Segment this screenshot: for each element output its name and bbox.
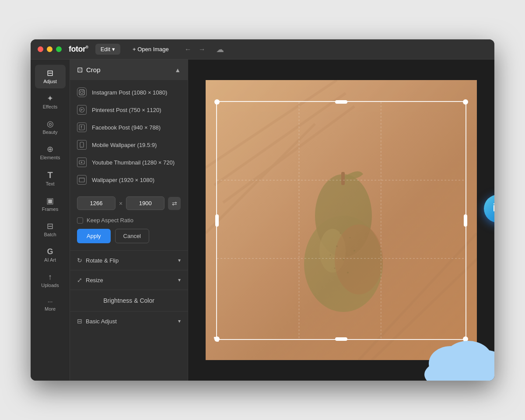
sidebar-item-adjust[interactable]: ⊟ Adjust <box>35 65 66 88</box>
main-content: ⊟ Adjust ✦ Effects ◎ Beauty ⊕ Elements T… <box>31 60 494 381</box>
preset-youtube[interactable]: Youtube Thumbnail (1280 × 720) <box>70 154 188 171</box>
resize-section[interactable]: ⤢ Resize ▾ <box>70 270 188 290</box>
text-icon: T <box>47 171 52 179</box>
svg-point-32 <box>330 255 331 256</box>
sidebar-item-ai-art[interactable]: G AI Art <box>35 243 66 267</box>
crop-header[interactable]: ⊡ Crop ▲ <box>70 60 188 80</box>
rotate-flip-label: Rotate & Flip <box>86 257 119 264</box>
svg-point-1 <box>80 91 83 94</box>
open-image-button[interactable]: + Open Image <box>127 44 174 55</box>
crop-presets-list: Instagram Post (1080 × 1080) P Pinterest… <box>70 80 188 192</box>
sidebar-item-uploads[interactable]: ↑ Uploads <box>35 269 66 292</box>
nav-arrows: ← → <box>183 44 207 55</box>
wallpaper-label: Wallpaper (1920 × 1080) <box>92 177 154 183</box>
svg-point-2 <box>83 91 84 91</box>
svg-point-8 <box>81 146 82 147</box>
crop-section: ⊡ Crop ▲ Instagram Post (1080 × 1080) <box>70 60 188 250</box>
elements-icon: ⊕ <box>47 145 53 153</box>
beauty-icon: ◎ <box>47 120 54 128</box>
crop-float-container <box>484 195 494 245</box>
crop-chevron-icon: ▲ <box>175 66 181 74</box>
more-icon: ··· <box>48 298 53 304</box>
svg-rect-11 <box>79 178 84 182</box>
keep-aspect-checkbox[interactable] <box>77 217 83 224</box>
crop-float-button[interactable] <box>484 195 494 223</box>
sidebar-item-effects[interactable]: ✦ Effects <box>35 90 66 114</box>
sidebar-item-text[interactable]: T Text <box>35 166 66 191</box>
resize-cursor-icon: ⤡ <box>213 334 220 344</box>
dimension-separator: × <box>119 200 122 207</box>
preset-instagram[interactable]: Instagram Post (1080 × 1080) <box>70 84 188 101</box>
resize-label: Resize <box>86 277 103 284</box>
crop-title: Crop <box>86 66 101 74</box>
svg-point-39 <box>424 357 494 381</box>
swap-dimensions-button[interactable]: ⇄ <box>168 197 181 210</box>
svg-rect-0 <box>79 90 84 95</box>
tools-sidebar: ⊟ Adjust ✦ Effects ◎ Beauty ⊕ Elements T… <box>31 60 70 381</box>
svg-marker-10 <box>81 161 83 163</box>
uploads-icon: ↑ <box>48 273 52 281</box>
basic-adjust-chevron-icon: ▾ <box>178 318 181 324</box>
mobile-icon <box>77 140 87 150</box>
youtube-icon <box>77 158 87 167</box>
forward-arrow[interactable]: → <box>197 44 207 55</box>
preset-wallpaper[interactable]: Wallpaper (1920 × 1080) <box>70 171 188 189</box>
svg-point-30 <box>340 233 341 234</box>
svg-point-28 <box>334 268 336 269</box>
width-input[interactable] <box>77 196 116 210</box>
instagram-icon <box>77 88 87 97</box>
preset-facebook[interactable]: f Facebook Post (940 × 788) <box>70 119 188 136</box>
app-logo: fotor® <box>69 45 88 54</box>
resize-icon: ⤢ <box>77 276 82 284</box>
brightness-color-title: Brightness & Color <box>70 290 188 311</box>
instagram-label: Instagram Post (1080 × 1080) <box>92 89 167 96</box>
svg-point-29 <box>354 250 355 252</box>
facebook-icon: f <box>77 122 87 132</box>
keep-aspect-label: Keep Aspect Ratio <box>87 217 133 224</box>
basic-adjust-icon: ⊟ <box>77 318 82 325</box>
sidebar-item-more[interactable]: ··· More <box>35 294 66 316</box>
sidebar-item-batch[interactable]: ⊟ Batch <box>35 218 66 242</box>
image-container: ⤡ <box>206 80 477 360</box>
rotate-chevron-icon: ▾ <box>178 257 181 263</box>
preset-pinterest[interactable]: P Pinterest Post (750 × 1120) <box>70 101 188 119</box>
sidebar-item-beauty[interactable]: ◎ Beauty <box>35 116 66 139</box>
sidebar-item-elements[interactable]: ⊕ Elements <box>35 141 66 164</box>
close-button[interactable] <box>38 46 43 52</box>
svg-text:P: P <box>80 108 83 112</box>
cloud-sync-icon[interactable]: ☁ <box>216 45 224 54</box>
mobile-label: Mobile Wallpaper (19.5:9) <box>92 142 157 148</box>
rotate-icon: ↻ <box>77 257 82 264</box>
maximize-button[interactable] <box>56 46 62 52</box>
cancel-button[interactable]: Cancel <box>115 229 149 243</box>
sidebar-item-frames[interactable]: ▣ Frames <box>35 192 66 216</box>
resize-chevron-icon: ▾ <box>178 277 181 283</box>
svg-text:f: f <box>81 125 83 130</box>
rotate-flip-section[interactable]: ↻ Rotate & Flip ▾ <box>70 251 188 270</box>
basic-adjust-label: Basic Adjust <box>86 318 117 325</box>
svg-point-23 <box>335 224 383 294</box>
effects-icon: ✦ <box>47 94 53 102</box>
dimensions-row: × ⇄ <box>70 192 188 214</box>
facebook-label: Facebook Post (940 × 788) <box>92 124 161 131</box>
apply-button[interactable]: Apply <box>77 229 111 243</box>
titlebar: fotor® Edit ▾ + Open Image ← → ☁ <box>31 39 494 60</box>
adjust-icon: ⊟ <box>47 69 53 77</box>
svg-point-26 <box>350 237 351 238</box>
mouse-cursor-icon <box>493 229 494 245</box>
adjust-panel: ⊡ Crop ▲ Instagram Post (1080 × 1080) <box>70 60 188 381</box>
app-window: fotor® Edit ▾ + Open Image ← → ☁ ⊟ Adjus… <box>31 39 494 381</box>
height-input[interactable] <box>126 196 164 210</box>
preset-mobile[interactable]: Mobile Wallpaper (19.5:9) <box>70 136 188 154</box>
edit-button[interactable]: Edit ▾ <box>95 44 120 55</box>
traffic-lights <box>38 46 62 52</box>
frames-icon: ▣ <box>46 197 54 205</box>
crop-float-icon <box>491 202 494 216</box>
back-arrow[interactable]: ← <box>183 44 193 55</box>
basic-adjust-section[interactable]: ⊟ Basic Adjust ▾ <box>70 312 188 331</box>
svg-point-25 <box>336 245 338 247</box>
canvas-area: ⤡ <box>188 60 494 381</box>
wallpaper-icon <box>77 175 87 185</box>
shadow-overlay <box>206 80 477 360</box>
minimize-button[interactable] <box>47 46 52 52</box>
